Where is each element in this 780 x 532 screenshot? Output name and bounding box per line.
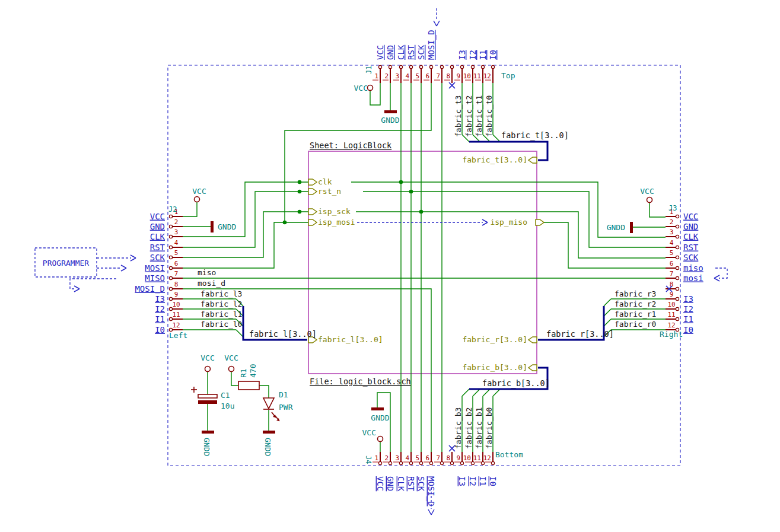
vcc-symbol[interactable] (229, 367, 234, 372)
net-label-miso[interactable]: miso (198, 268, 216, 277)
net-label-fabric-r[interactable]: fabric_r2 (615, 300, 656, 308)
sheet-file[interactable]: File: logic_block.sch (310, 377, 411, 387)
sheet-pin-label[interactable]: fabric_b[3..0] (462, 363, 527, 372)
net-label-fabric-t[interactable]: fabric_t2 (464, 95, 473, 137)
net-label-fabric-t[interactable]: fabric_t0 (485, 95, 494, 137)
global-label-gnd[interactable]: GND (150, 222, 165, 231)
global-label-sck[interactable]: SCK (683, 253, 699, 262)
global-label-vcc[interactable]: VCC (375, 45, 385, 60)
global-label-sck[interactable]: SCK (416, 476, 426, 492)
net-label-fabric-l[interactable]: fabric_l3 (200, 289, 242, 298)
gndd-symbol[interactable] (371, 407, 384, 410)
global-label-clk[interactable]: CLK (150, 232, 165, 241)
global-label-i2[interactable]: I2 (155, 304, 165, 314)
sheet-pin-glyph[interactable] (529, 157, 537, 163)
global-label-i2[interactable]: I2 (683, 304, 693, 314)
global-label-i2[interactable]: I2 (468, 476, 477, 486)
vcc-symbol[interactable] (368, 85, 373, 91)
gndd-label[interactable]: GNDD (371, 413, 389, 422)
gndd-label[interactable]: GNDD (607, 223, 625, 232)
global-label-mosi_d[interactable]: MOSI_D (426, 30, 437, 60)
component-value-d1[interactable]: PWR (279, 403, 293, 412)
sheet-pin-label[interactable]: fabric_t[3..0] (462, 155, 527, 164)
gndd-label[interactable]: GNDD (218, 222, 236, 231)
global-label-rst[interactable]: RST (150, 243, 165, 252)
vcc-symbol[interactable] (205, 367, 211, 372)
net-label-fabric-r[interactable]: fabric_r1 (615, 310, 656, 318)
global-label-miso[interactable]: miso (683, 263, 703, 273)
sheet-pin-label[interactable]: fabric_l[3..0] (318, 335, 383, 344)
side-label-bottom[interactable]: Bottom (495, 450, 523, 459)
gndd-symbol[interactable] (211, 221, 214, 232)
global-label-i3[interactable]: I3 (457, 50, 467, 60)
component-value-c1[interactable]: 10u (221, 402, 234, 410)
global-label-i0[interactable]: I0 (683, 325, 693, 335)
connector-ref-j3[interactable]: J3 (668, 204, 677, 212)
sheet-pin-label[interactable]: fabric_r[3..0] (462, 335, 527, 344)
gndd-label[interactable]: GNDD (263, 438, 272, 456)
bus-label-fabric-r[interactable]: fabric_r[3..0] (546, 329, 614, 339)
connector-ref-j4[interactable]: J4 (364, 455, 373, 464)
net-label-fabric-b[interactable]: fabric_b3 (454, 407, 463, 449)
net-label-fabric-b[interactable]: fabric_b2 (464, 407, 473, 449)
net-label-fabric-r[interactable]: fabric_r0 (615, 320, 656, 329)
side-label-left[interactable]: Left (169, 331, 187, 340)
connector-ref-j1[interactable]: J1 (365, 66, 373, 74)
component-ref-r1[interactable]: R1 (239, 368, 248, 378)
resistor-r1-body[interactable] (238, 381, 259, 390)
global-label-vcc[interactable]: VCC (683, 212, 698, 221)
sheet-pin-label[interactable]: rst_n (318, 187, 341, 196)
global-label-sck[interactable]: SCK (416, 44, 426, 60)
capacitor-plate-top[interactable] (198, 394, 217, 398)
sheet-pin-label[interactable]: isp_miso (490, 218, 527, 227)
global-label-rst[interactable]: RST (406, 44, 416, 60)
connector-ref-j2[interactable]: J2 (168, 205, 177, 214)
global-label-i1[interactable]: I1 (155, 314, 165, 324)
gndd-symbol[interactable] (630, 222, 633, 233)
net-label-fabric-t[interactable]: fabric_t1 (475, 95, 483, 137)
vcc-label[interactable]: VCC (192, 187, 206, 196)
side-label-top[interactable]: Top (501, 71, 515, 80)
global-label-sck[interactable]: SCK (150, 253, 165, 262)
vcc-symbol[interactable] (378, 437, 383, 442)
global-label-vcc[interactable]: VCC (150, 212, 165, 221)
global-label-i0[interactable]: I0 (488, 50, 498, 60)
global-label-i1[interactable]: I1 (478, 50, 488, 60)
vcc-symbol[interactable] (195, 197, 200, 202)
vcc-label[interactable]: VCC (354, 84, 368, 93)
global-label-clk[interactable]: CLK (683, 232, 699, 241)
global-label-gnd[interactable]: GND (386, 45, 395, 60)
sheet-pin-label[interactable]: isp_mosi (318, 218, 355, 227)
global-label-mosi_d[interactable]: MOSI_D (426, 476, 436, 506)
global-label-i1[interactable]: I1 (478, 476, 488, 486)
vcc-symbol[interactable] (647, 197, 652, 203)
net-label-fabric-t[interactable]: fabric_t3 (454, 95, 463, 137)
sheet-pin-glyph[interactable] (529, 337, 537, 343)
capacitor-plate-bottom[interactable] (198, 400, 217, 404)
sheet-pin-glyph[interactable] (308, 219, 317, 225)
bus-label-fabric-l[interactable]: fabric_l[3..0] (249, 329, 317, 339)
vcc-label[interactable]: VCC (640, 187, 654, 196)
global-label-i0[interactable]: I0 (488, 476, 498, 486)
sheet-pin-glyph[interactable] (529, 365, 537, 371)
global-label-rst[interactable]: RST (683, 243, 699, 252)
global-label-i3[interactable]: I3 (155, 294, 165, 304)
global-label-i3[interactable]: I3 (683, 294, 693, 304)
global-label-i1[interactable]: I1 (683, 314, 693, 324)
net-label-fabric-l[interactable]: fabric_l1 (200, 310, 242, 318)
net-label-fabric-b[interactable]: fabric_b0 (485, 407, 494, 449)
global-label-mosi[interactable]: MOSI (145, 263, 165, 273)
sheet-pin-label[interactable]: isp_sck (318, 207, 351, 216)
component-ref-d1[interactable]: D1 (279, 390, 288, 399)
global-label-vcc[interactable]: VCC (375, 476, 385, 491)
side-label-right[interactable]: Right (660, 330, 683, 339)
bus-label-fabric-b[interactable]: fabric_b[3..0] (482, 378, 550, 388)
vcc-label[interactable]: VCC (362, 428, 376, 437)
global-label-i0[interactable]: I0 (155, 325, 165, 335)
gndd-label[interactable]: GNDD (202, 438, 211, 456)
net-label-fabric-r[interactable]: fabric_r3 (615, 289, 656, 298)
global-label-miso[interactable]: MISO (145, 273, 165, 283)
gndd-symbol[interactable] (263, 431, 275, 434)
global-label-i3[interactable]: I3 (457, 476, 467, 486)
global-label-i2[interactable]: I2 (468, 50, 477, 60)
